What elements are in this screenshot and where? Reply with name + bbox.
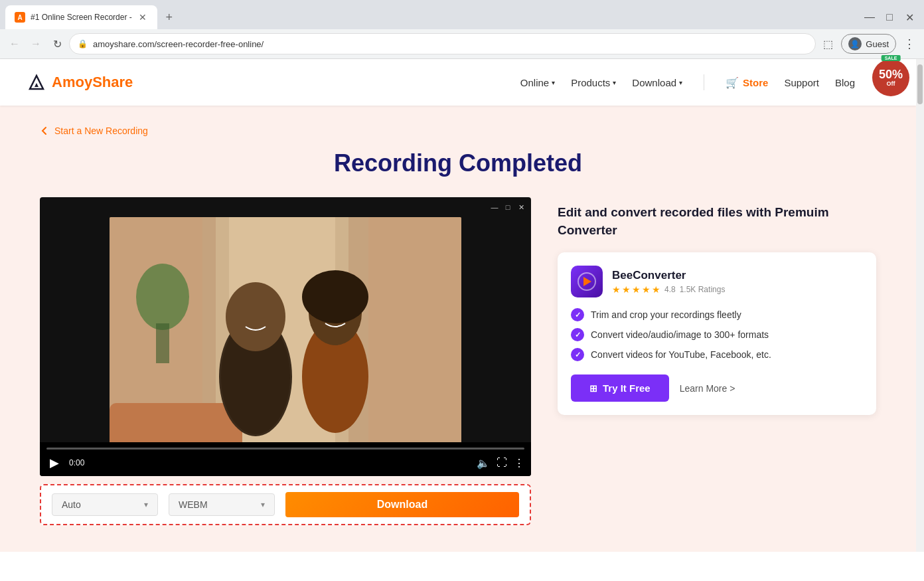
feature-text-1: Trim and crop your recordings fleetly (591, 309, 741, 320)
converter-play-icon (583, 277, 591, 286)
converter-card-header: BeeConverter ★ ★ ★ ★ ★ (571, 266, 863, 297)
tab-title: #1 Online Screen Recorder - (31, 13, 132, 22)
converter-card: BeeConverter ★ ★ ★ ★ ★ (558, 252, 876, 415)
back-arrow-icon (40, 126, 49, 135)
converter-rating: ★ ★ ★ ★ ★ 4.8 1.5K Ratings (612, 284, 725, 295)
volume-icon[interactable]: 🔈 (477, 457, 490, 469)
profile-label: Guest (866, 39, 889, 49)
feature-item-2: Convert video/audio/image to 300+ format… (571, 328, 863, 341)
video-minimize-icon[interactable]: — (490, 203, 499, 212)
site-header: AmoyShare Online ▾ Products ▾ Download ▾ (0, 59, 916, 106)
learn-more-link[interactable]: Learn More > (680, 383, 735, 394)
sale-off-label: Off (887, 80, 895, 87)
more-options-icon[interactable]: ⋮ (514, 457, 524, 469)
cast-icon: ⬚ (818, 35, 837, 53)
logo-text: AmoyShare (52, 74, 133, 91)
browser-menu-button[interactable]: ⋮ (900, 35, 919, 53)
address-bar[interactable]: 🔒 amoyshare.com/screen-recorder-free-onl… (69, 33, 816, 54)
check-icon-2 (571, 328, 584, 341)
scrollbar-thumb[interactable] (917, 64, 923, 104)
svg-point-6 (136, 264, 189, 330)
nav-products[interactable]: Products ▾ (571, 77, 616, 88)
converter-name: BeeConverter (612, 269, 725, 282)
nav-support[interactable]: Support (784, 77, 819, 88)
close-window-button[interactable]: ✕ (900, 8, 919, 27)
sale-ribbon-label: SALE (882, 55, 901, 61)
sale-badge[interactable]: SALE 50% Off (872, 59, 909, 96)
chevron-down-icon: ▾ (613, 79, 616, 86)
feature-text-3: Convert videos for YouTube, Facebook, et… (591, 349, 771, 360)
check-icon-3 (571, 348, 584, 361)
svg-point-11 (226, 282, 285, 351)
rating-value: 4.8 (664, 285, 676, 294)
main-body: Start a New Recording Recording Complete… (0, 106, 916, 552)
try-free-button[interactable]: ⊞ Try It Free (571, 374, 669, 402)
video-controls-row: ▶ 0:00 🔈 ⛶ ⋮ (46, 455, 524, 471)
cart-icon: 🛒 (726, 76, 739, 89)
nav-store[interactable]: 🛒 Store (726, 76, 768, 89)
profile-button[interactable]: 👤 Guest (841, 34, 896, 54)
feature-item-1: Trim and crop your recordings fleetly (571, 308, 863, 321)
forward-button[interactable]: → (27, 35, 45, 53)
star-4: ★ (642, 284, 651, 295)
quality-arrow-icon: ▾ (144, 500, 148, 509)
url-text: amoyshare.com/screen-recorder-free-onlin… (93, 39, 807, 49)
video-player[interactable]: — □ ✕ (40, 197, 531, 476)
video-progress-bar[interactable] (46, 448, 524, 450)
star-1: ★ (612, 284, 621, 295)
video-close-icon[interactable]: ✕ (516, 203, 526, 212)
fullscreen-icon[interactable]: ⛶ (497, 457, 507, 469)
video-controls: ▶ 0:00 🔈 ⛶ ⋮ (40, 442, 531, 476)
video-maximize-icon[interactable]: □ (503, 203, 512, 212)
quality-select[interactable]: Auto ▾ (52, 493, 158, 516)
video-play-button[interactable]: ▶ (46, 455, 62, 471)
maximize-button[interactable]: □ (880, 8, 899, 27)
format-arrow-icon: ▾ (261, 500, 265, 509)
video-section: — □ ✕ (40, 197, 531, 525)
video-time: 0:00 (69, 458, 84, 467)
rating-count: 1.5K Ratings (680, 285, 726, 294)
tab-close-button[interactable]: ✕ (137, 12, 148, 23)
svg-rect-7 (156, 323, 169, 363)
chevron-down-icon: ▾ (679, 79, 682, 86)
check-icon-1 (571, 308, 584, 321)
star-rating: ★ ★ ★ ★ ★ (612, 284, 660, 295)
svg-marker-1 (35, 83, 38, 87)
format-label: WEBM (179, 499, 256, 510)
video-content (40, 197, 531, 476)
feature-item-3: Convert videos for YouTube, Facebook, et… (571, 348, 863, 361)
back-to-recording-link[interactable]: Start a New Recording (40, 125, 876, 136)
star-3: ★ (632, 284, 641, 295)
nav-online[interactable]: Online ▾ (520, 77, 555, 88)
avatar: 👤 (848, 37, 862, 50)
back-button[interactable]: ← (5, 35, 24, 53)
content-row: — □ ✕ (40, 197, 876, 525)
converter-actions: ⊞ Try It Free Learn More > (571, 374, 863, 402)
converter-icon (571, 266, 603, 297)
star-2: ★ (622, 284, 631, 295)
video-window-controls: — □ ✕ (490, 203, 526, 212)
chevron-down-icon: ▾ (552, 79, 555, 86)
video-thumbnail (110, 217, 461, 456)
converter-info: BeeConverter ★ ★ ★ ★ ★ (612, 269, 725, 295)
active-tab[interactable]: A #1 Online Screen Recorder - ✕ (5, 5, 157, 29)
format-select[interactable]: WEBM ▾ (169, 493, 275, 516)
svg-point-14 (302, 270, 368, 323)
logo[interactable]: AmoyShare (27, 72, 133, 92)
nav-blog[interactable]: Blog (835, 77, 855, 88)
download-button[interactable]: Download (285, 492, 519, 517)
windows-icon: ⊞ (589, 383, 597, 394)
right-panel: Edit and convert recorded files with Pre… (558, 197, 876, 415)
scrollbar[interactable] (916, 59, 924, 552)
download-bar: Auto ▾ WEBM ▾ Download (40, 484, 531, 525)
star-5: ★ (652, 284, 660, 295)
nav-download[interactable]: Download ▾ (632, 77, 682, 88)
converter-icon-inner (578, 272, 596, 291)
feature-text-2: Convert video/audio/image to 300+ format… (591, 329, 769, 340)
reload-button[interactable]: ↻ (48, 35, 66, 53)
new-tab-button[interactable]: + (160, 8, 179, 27)
main-nav: Online ▾ Products ▾ Download ▾ 🛒 Store (520, 73, 889, 92)
minimize-button[interactable]: — (860, 8, 879, 27)
quality-label: Auto (62, 499, 139, 510)
page-title: Recording Completed (40, 149, 876, 177)
